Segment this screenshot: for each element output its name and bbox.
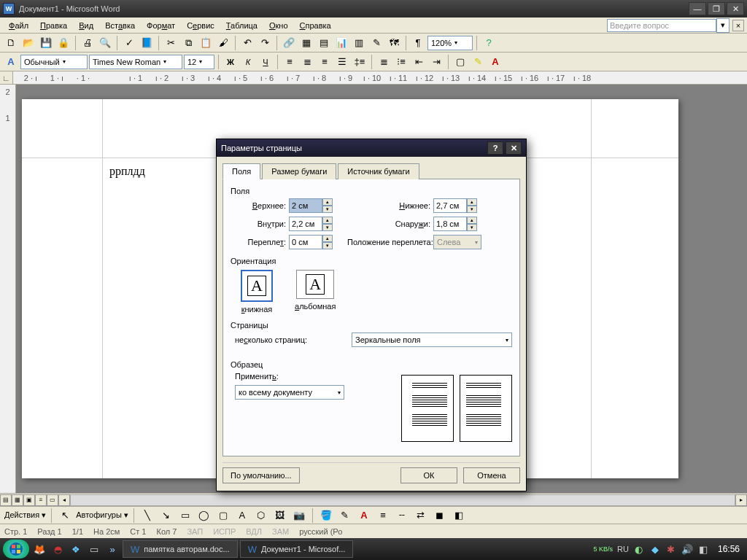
3d-button[interactable]: ◧ — [451, 508, 467, 524]
field-outside[interactable]: ▴▾ — [433, 217, 481, 231]
tray-icon-3[interactable]: ✱ — [665, 543, 677, 555]
show-marks-button[interactable]: ¶ — [410, 35, 426, 51]
picture-button[interactable]: 📷 — [291, 508, 307, 524]
tray-clock[interactable]: 16:56 — [713, 544, 744, 554]
save-button[interactable]: 💾 — [38, 35, 54, 51]
task-2[interactable]: WДокумент1 - Microsof... — [240, 540, 354, 558]
maximize-button[interactable]: ❐ — [708, 2, 725, 15]
underline-button[interactable]: Ч — [258, 54, 274, 70]
tab-source[interactable]: Источник бумаги — [338, 163, 419, 179]
wordart-button[interactable]: A — [234, 508, 250, 524]
ql-firefox-icon[interactable]: 🦊 — [31, 541, 47, 557]
permission-button[interactable]: 🔒 — [55, 35, 71, 51]
hscroll-right[interactable]: ▸ — [735, 494, 747, 506]
columns-button[interactable]: ▥ — [351, 35, 367, 51]
bold-button[interactable]: Ж — [222, 54, 239, 70]
menu-format[interactable]: Формат — [141, 19, 181, 32]
diagram-button[interactable]: ⬡ — [253, 508, 269, 524]
print-view-button[interactable]: ▣ — [23, 494, 35, 506]
numbering-button[interactable]: ≣ — [376, 54, 392, 70]
preview-button[interactable]: 🔍 — [97, 35, 113, 51]
excel-button[interactable]: 📊 — [333, 35, 349, 51]
help-button[interactable]: ? — [481, 35, 497, 51]
dialog-titlebar[interactable]: Параметры страницы ? ✕ — [217, 139, 526, 157]
hscroll-track[interactable] — [70, 494, 735, 506]
outline-view-button[interactable]: ≡ — [35, 494, 47, 506]
orientation-portrait[interactable]: A книжная — [241, 270, 273, 314]
cut-button[interactable]: ✂ — [163, 35, 179, 51]
oval-button[interactable]: ◯ — [196, 508, 212, 524]
tab-paper[interactable]: Размер бумаги — [262, 163, 336, 179]
tray-icon-1[interactable]: ◐ — [633, 543, 645, 555]
minimize-button[interactable]: ― — [689, 2, 706, 15]
ql-show-desktop-icon[interactable]: ▭ — [86, 541, 102, 557]
reading-view-button[interactable]: ▭ — [47, 494, 58, 506]
autoshapes-menu[interactable]: Автофигуры ▾ — [76, 510, 128, 520]
vertical-ruler[interactable]: 21 — [0, 85, 16, 493]
field-multi-pages[interactable]: Зеркальные поля▾ — [352, 332, 512, 347]
line-color-button[interactable]: ✎ — [337, 508, 353, 524]
align-right-button[interactable]: ≡ — [317, 54, 333, 70]
font-combo[interactable]: Times New Roman▾ — [89, 55, 182, 69]
help-search-dd[interactable]: ▾ — [716, 18, 729, 33]
tab-fields[interactable]: Поля — [222, 163, 260, 179]
insert-table-button[interactable]: ▤ — [316, 35, 332, 51]
orientation-landscape[interactable]: A альбомная — [295, 270, 336, 314]
arrow-style-button[interactable]: ⇄ — [413, 508, 429, 524]
tab-selector[interactable]: ∟ — [0, 71, 13, 84]
outdent-button[interactable]: ⇤ — [411, 54, 427, 70]
normal-view-button[interactable]: ▤ — [0, 494, 12, 506]
undo-button[interactable]: ↶ — [239, 35, 255, 51]
status-lang[interactable]: русский (Ро — [299, 527, 342, 536]
spin-up-icon[interactable]: ▴ — [322, 198, 333, 206]
redo-button[interactable]: ↷ — [257, 35, 273, 51]
research-button[interactable]: 📘 — [139, 35, 155, 51]
ql-app2-icon[interactable]: ◓ — [50, 541, 66, 557]
print-button[interactable]: 🖨 — [80, 35, 96, 51]
styles-pane-button[interactable]: A — [3, 54, 19, 70]
menu-service[interactable]: Сервис — [181, 19, 220, 32]
justify-button[interactable]: ☰ — [334, 54, 350, 70]
ql-app5-icon[interactable]: » — [104, 541, 120, 557]
spellcheck-button[interactable]: ✓ — [121, 35, 137, 51]
line-spacing-button[interactable]: ‡≡ — [352, 54, 368, 70]
ok-button[interactable]: ОК — [400, 467, 457, 483]
drawing-button[interactable]: ✎ — [368, 35, 384, 51]
status-trk[interactable]: ИСПР — [213, 527, 236, 536]
shadow-button[interactable]: ◼ — [432, 508, 448, 524]
dash-style-button[interactable]: ╌ — [394, 508, 410, 524]
borders-button[interactable]: ▢ — [452, 54, 468, 70]
menu-window[interactable]: Окно — [263, 19, 294, 32]
font-size-combo[interactable]: 12▾ — [184, 55, 214, 69]
field-bottom[interactable]: ▴▾ — [433, 198, 481, 213]
menu-file[interactable]: Файл — [3, 19, 34, 32]
tray-icon-5[interactable]: ◧ — [697, 543, 709, 555]
status-rec[interactable]: ЗАП — [187, 527, 203, 536]
hyperlink-button[interactable]: 🔗 — [281, 35, 297, 51]
status-ovr[interactable]: ЗАМ — [272, 527, 289, 536]
select-objects-button[interactable]: ↖ — [57, 508, 73, 524]
style-combo[interactable]: Обычный▾ — [20, 55, 88, 69]
web-view-button[interactable]: ▦ — [12, 494, 23, 506]
tray-icon-2[interactable]: ◆ — [649, 543, 661, 555]
field-apply-to[interactable]: ко всему документу▾ — [235, 385, 344, 400]
format-painter-button[interactable]: 🖌 — [215, 35, 231, 51]
status-ext[interactable]: ВДЛ — [246, 527, 262, 536]
docmap-button[interactable]: 🗺 — [386, 35, 402, 51]
bullets-button[interactable]: ⁝≡ — [393, 54, 409, 70]
horizontal-ruler[interactable]: ∟ 2 · ı1 · ı· 1 ·ı · 1ı · 2ı · 3ı · 4ı ·… — [0, 71, 747, 85]
drawing-actions[interactable]: Действия ▾ — [4, 510, 46, 520]
align-center-button[interactable]: ≣ — [299, 54, 315, 70]
tables-borders-button[interactable]: ▦ — [298, 35, 314, 51]
rectangle-button[interactable]: ▭ — [177, 508, 193, 524]
field-gutter[interactable]: ▴▾ — [289, 235, 337, 249]
default-button[interactable]: По умолчанию... — [222, 467, 300, 483]
cancel-button[interactable]: Отмена — [463, 467, 520, 483]
font-color-button[interactable]: A — [487, 54, 503, 70]
close-button[interactable]: ✕ — [727, 2, 744, 15]
textbox-button[interactable]: ▢ — [215, 508, 231, 524]
new-doc-button[interactable]: 🗋 — [3, 35, 19, 51]
menu-view[interactable]: Вид — [73, 19, 99, 32]
menu-insert[interactable]: Вставка — [99, 19, 141, 32]
menu-help[interactable]: Справка — [294, 19, 337, 32]
